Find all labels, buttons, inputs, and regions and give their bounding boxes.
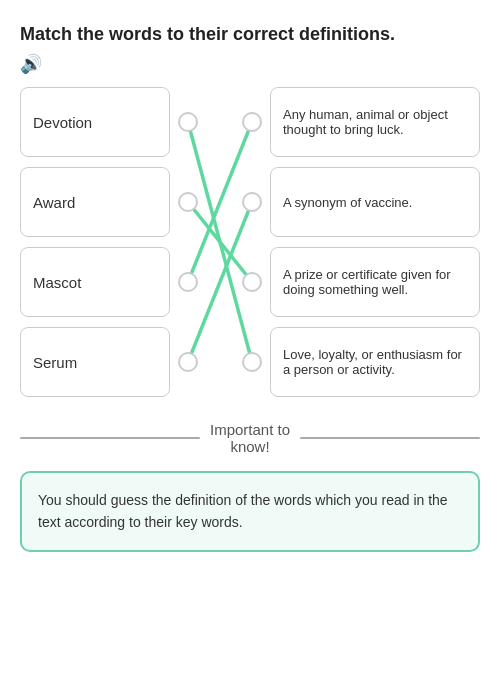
svg-point-10 [243, 273, 261, 291]
important-section: Important to know! [20, 421, 480, 455]
svg-point-5 [179, 193, 197, 211]
connector-lines [170, 87, 270, 397]
definitions-column: Any human, animal or object thought to b… [270, 87, 480, 397]
matching-area: Devotion Award Mascot Serum [20, 87, 480, 397]
svg-point-8 [243, 113, 261, 131]
svg-point-9 [243, 193, 261, 211]
info-box: You should guess the definition of the w… [20, 471, 480, 552]
svg-point-11 [243, 353, 261, 371]
right-line-decor [300, 437, 480, 439]
svg-point-6 [179, 273, 197, 291]
def-box-1[interactable]: Any human, animal or object thought to b… [270, 87, 480, 157]
audio-icon[interactable]: 🔊 [20, 53, 480, 75]
left-line-decor [20, 437, 200, 439]
svg-point-7 [179, 353, 197, 371]
def-box-4[interactable]: Love, loyalty, or enthusiasm for a perso… [270, 327, 480, 397]
svg-point-4 [179, 113, 197, 131]
svg-line-2 [188, 122, 252, 282]
word-box-devotion[interactable]: Devotion [20, 87, 170, 157]
svg-line-0 [188, 122, 252, 362]
word-box-mascot[interactable]: Mascot [20, 247, 170, 317]
connectors-area [170, 87, 270, 397]
def-box-3[interactable]: A prize or certificate given for doing s… [270, 247, 480, 317]
important-label: Important to know! [210, 421, 290, 455]
word-box-serum[interactable]: Serum [20, 327, 170, 397]
def-box-2[interactable]: A synonym of vaccine. [270, 167, 480, 237]
words-column: Devotion Award Mascot Serum [20, 87, 170, 397]
svg-line-3 [188, 202, 252, 362]
word-box-award[interactable]: Award [20, 167, 170, 237]
page-title: Match the words to their correct definit… [20, 24, 480, 45]
svg-line-1 [188, 202, 252, 282]
info-text: You should guess the definition of the w… [38, 492, 448, 530]
